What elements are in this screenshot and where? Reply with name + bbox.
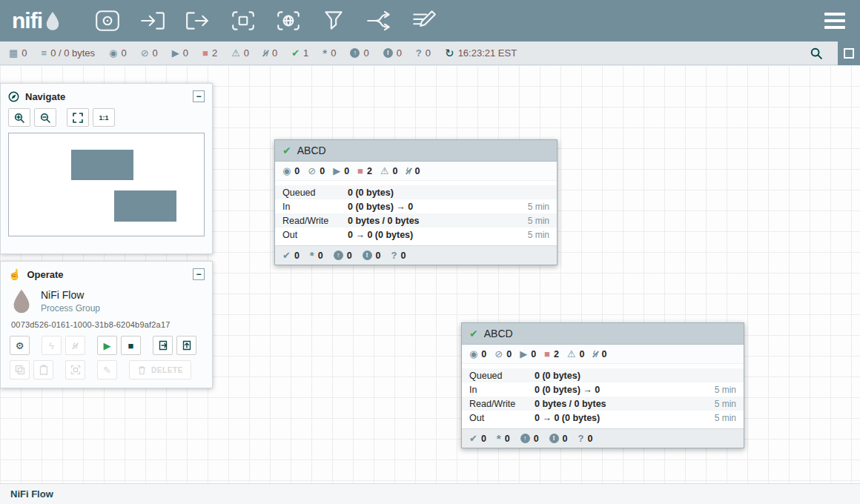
- invalid-icon: ⚠: [380, 166, 389, 176]
- not-transmitting-stat: ⊘0: [494, 349, 512, 359]
- operate-flow-summary: NiFi Flow Process Group: [1, 285, 212, 314]
- collapse-icon[interactable]: −: [193, 268, 205, 280]
- zoom-fit-icon[interactable]: [67, 108, 89, 127]
- queued-status: ≡0 / 0 bytes: [42, 47, 96, 59]
- transmitting-icon: ◉: [469, 349, 477, 359]
- start-icon[interactable]: ▶: [97, 336, 117, 355]
- group-icon[interactable]: [65, 360, 85, 379]
- operate-flow-name: NiFi Flow: [41, 289, 100, 301]
- sync-failure-stat: ?0: [391, 251, 406, 261]
- input-port-icon[interactable]: [139, 8, 167, 33]
- not-transmitting-icon: ⊘: [141, 48, 149, 58]
- sync-failure-stat: ?0: [578, 434, 593, 444]
- up-to-date-icon: ✔: [282, 145, 291, 156]
- up-to-date-stat: ✔0: [282, 251, 300, 261]
- stopped-status: ■2: [202, 47, 217, 59]
- disabled-stat: ϟ0: [593, 349, 607, 359]
- invalid-stat: ⚠0: [380, 166, 398, 176]
- navigate-panel-title: Navigate: [25, 91, 65, 102]
- sync-failure-status: ?0: [416, 47, 431, 59]
- output-port-icon[interactable]: [184, 8, 212, 33]
- enable-icon[interactable]: ϟ: [42, 336, 62, 355]
- table-row: Out0 → 0 (0 bytes)5 min: [275, 228, 557, 242]
- hand-pointer-icon: ☝: [8, 268, 21, 280]
- operate-buttons-row-2: ✎ DELETE: [1, 360, 212, 379]
- stale-stat: ↑0: [520, 434, 539, 444]
- create-template-icon[interactable]: [153, 336, 173, 355]
- disabled-status: ϟ0: [263, 47, 277, 59]
- upload-template-icon[interactable]: [176, 336, 196, 355]
- locally-modified-icon: *: [497, 433, 501, 444]
- table-row: Out0 → 0 (0 bytes)5 min: [462, 411, 744, 425]
- process-group-icon[interactable]: [229, 8, 257, 33]
- transmitting-stat: ◉0: [282, 166, 300, 176]
- component-toolbar: [93, 8, 438, 33]
- navigate-toolbar: 1:1: [1, 107, 212, 133]
- funnel-icon[interactable]: [320, 8, 348, 33]
- operate-panel-title: Operate: [27, 269, 63, 280]
- up-to-date-icon: ✔: [469, 434, 477, 443]
- navigate-panel: Navigate − 1:1: [0, 83, 213, 254]
- transmitting-status: ◉0: [109, 47, 127, 59]
- refresh-icon[interactable]: ↻: [445, 47, 454, 59]
- delete-button[interactable]: DELETE: [129, 360, 191, 379]
- nifi-logo: nifi: [12, 10, 61, 32]
- status-bar-right: [807, 42, 860, 65]
- locally-modified-and-stale-stat: !0: [363, 251, 381, 261]
- edit-icon[interactable]: ✎: [97, 360, 117, 379]
- sync-failure-icon: ?: [578, 434, 584, 443]
- remote-process-group-icon[interactable]: [274, 8, 302, 33]
- active-threads-icon: ▦: [9, 48, 18, 58]
- template-icon[interactable]: [365, 8, 393, 33]
- zoom-in-icon[interactable]: [8, 108, 30, 127]
- process-group-component[interactable]: ✔ ABCD ◉0 ⊘0 ▶0 ■2 ⚠0 ϟ0 Queued0 (0 byte…: [461, 322, 744, 448]
- locally-modified-and-stale-status: !0: [383, 47, 402, 59]
- table-row: Queued0 (0 bytes): [462, 368, 744, 382]
- search-icon[interactable]: [807, 44, 826, 63]
- compass-icon: [8, 91, 19, 102]
- collapse-icon[interactable]: −: [193, 90, 205, 102]
- zoom-out-icon[interactable]: [34, 108, 56, 127]
- operate-panel-header: ☝ Operate −: [1, 262, 212, 285]
- running-icon: ▶: [172, 48, 179, 58]
- stop-icon[interactable]: ■: [121, 336, 141, 355]
- process-group-component[interactable]: ✔ ABCD ◉0 ⊘0 ▶0 ■2 ⚠0 ϟ0 Queued0 (0 byte…: [274, 139, 558, 265]
- configuration-icon[interactable]: ⚙: [10, 336, 30, 355]
- refresh-time: 16:23:21 EST: [458, 47, 517, 59]
- birdseye-minimap[interactable]: [8, 133, 205, 236]
- invalid-stat: ⚠0: [567, 349, 585, 359]
- process-group-version-footer: ✔0 *0 ↑0 !0 ?0: [462, 428, 744, 448]
- refresh-status: ↻16:23:21 EST: [445, 47, 517, 59]
- processor-icon[interactable]: [93, 8, 122, 33]
- disabled-icon: ϟ: [406, 166, 411, 176]
- process-group-status-row: ◉0 ⊘0 ▶0 ■2 ⚠0 ϟ0: [275, 162, 557, 181]
- nifi-app: nifi: [0, 0, 860, 504]
- transmitting-icon: ◉: [282, 166, 291, 176]
- stopped-icon: ■: [544, 349, 550, 359]
- disable-icon[interactable]: ϟ: [65, 336, 85, 355]
- operate-panel: ☝ Operate − NiFi Flow Process Group 0073…: [0, 261, 213, 388]
- table-row: In0 (0 bytes) → 05 min: [275, 199, 557, 213]
- process-group-status-row: ◉0 ⊘0 ▶0 ■2 ⚠0 ϟ0: [462, 345, 744, 364]
- panel-toggle-icon[interactable]: [838, 42, 860, 65]
- trash-icon: [137, 365, 147, 375]
- invalid-status: ⚠0: [231, 47, 249, 59]
- table-row: Queued0 (0 bytes): [275, 185, 557, 199]
- disabled-stat: ϟ0: [406, 166, 420, 176]
- hamburger-menu-icon[interactable]: [821, 10, 848, 32]
- stale-icon: ↑: [520, 434, 530, 443]
- label-icon[interactable]: [410, 8, 438, 33]
- process-group-stats-table: Queued0 (0 bytes) In0 (0 bytes) → 05 min…: [462, 368, 744, 425]
- locally-modified-stat: *0: [310, 250, 323, 261]
- operate-flow-type: Process Group: [41, 303, 100, 314]
- breadcrumb[interactable]: NiFi Flow: [10, 488, 53, 500]
- copy-icon[interactable]: [10, 360, 30, 379]
- process-group-name: ABCD: [484, 328, 513, 339]
- paste-icon[interactable]: [33, 360, 53, 379]
- running-stat: ▶0: [333, 166, 349, 176]
- stale-stat: ↑0: [334, 251, 352, 261]
- running-icon: ▶: [520, 349, 527, 359]
- not-transmitting-status: ⊘0: [141, 47, 158, 59]
- actual-size-icon[interactable]: 1:1: [93, 108, 115, 127]
- minimap-process-group-1: [71, 150, 133, 180]
